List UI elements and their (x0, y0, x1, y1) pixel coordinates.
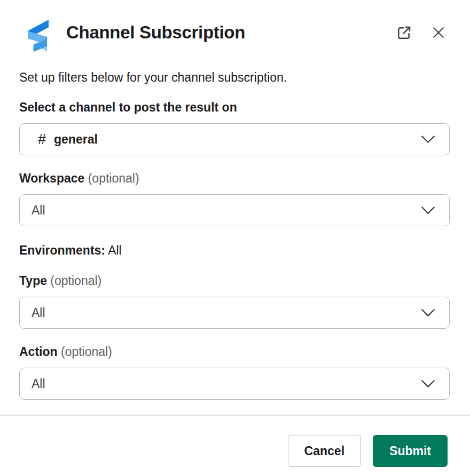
channel-subscription-modal: Channel Subscription Set up filters belo… (0, 0, 470, 476)
workspace-label-text: Workspace (19, 171, 84, 185)
environments-label: Environments: (19, 243, 105, 257)
submit-button[interactable]: Submit (373, 435, 448, 467)
action-select[interactable]: All (19, 368, 450, 400)
close-icon (430, 25, 446, 41)
chevron-down-icon (421, 206, 435, 215)
action-optional-text: (optional) (58, 345, 112, 359)
type-select-value: All (32, 306, 45, 320)
type-field-label: Type (optional) (19, 273, 450, 289)
action-field-label: Action (optional) (19, 344, 450, 360)
modal-header: Channel Subscription (0, 0, 470, 53)
workspace-optional-text: (optional) (84, 171, 139, 185)
workspace-select[interactable]: All (19, 194, 450, 226)
open-external-button[interactable] (395, 23, 413, 42)
modal-body: Set up filters below for your channel su… (0, 53, 470, 416)
modal-title: Channel Subscription (66, 22, 395, 43)
channel-field-label-text: Select a channel to post the result on (19, 100, 237, 114)
channel-hash-icon: # (38, 132, 46, 147)
close-button[interactable] (429, 23, 448, 42)
workspace-select-value: All (32, 203, 45, 218)
workspace-field-label: Workspace (optional) (19, 170, 450, 186)
action-select-value: All (32, 377, 45, 391)
type-optional-text: (optional) (47, 274, 101, 288)
cancel-button[interactable]: Cancel (288, 435, 361, 467)
chevron-down-icon (421, 308, 435, 317)
channel-select[interactable]: # general (19, 123, 450, 155)
action-label-text: Action (19, 345, 58, 359)
channel-select-value: general (54, 132, 98, 147)
modal-footer: Cancel Submit (0, 416, 470, 476)
channel-field-label: Select a channel to post the result on (19, 99, 450, 115)
type-label-text: Type (19, 274, 47, 288)
chevron-down-icon (421, 379, 435, 388)
environments-line: Environments: All (19, 242, 450, 258)
chevron-down-icon (421, 135, 435, 144)
app-logo-icon (21, 12, 60, 53)
intro-text: Set up filters below for your channel su… (19, 69, 450, 85)
header-actions (395, 23, 448, 42)
external-link-icon (396, 24, 413, 41)
environments-value: All (105, 243, 122, 257)
type-select[interactable]: All (19, 297, 450, 329)
